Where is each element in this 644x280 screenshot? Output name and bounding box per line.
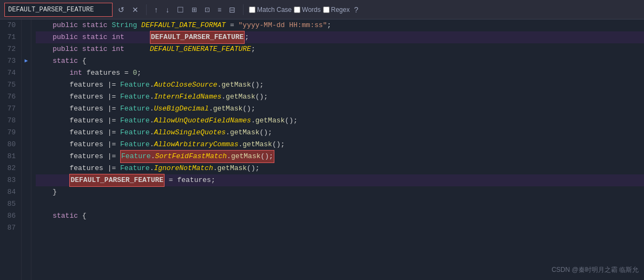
gutter-82 <box>22 162 31 174</box>
prev-match-button[interactable]: ↑ <box>152 5 160 15</box>
match-71: DEFAULT_PARSER_FEATURE <box>150 31 245 44</box>
ln-79: 79 <box>4 127 16 139</box>
code-line-80: features |= Feature . AllowArbitraryComm… <box>36 139 644 151</box>
gutter: ▶ <box>22 19 31 280</box>
gutter-76 <box>22 91 31 103</box>
gutter-77 <box>22 103 31 115</box>
gutter-74 <box>22 67 31 79</box>
code-area: 70 71 72 73 74 75 76 77 78 79 80 81 82 8… <box>0 19 644 280</box>
code-line-82: features |= Feature . IgnoreNotMatch . g… <box>36 162 644 174</box>
match-81: Feature.SortFeidFastMatch.getMask(); <box>120 150 274 163</box>
gutter-79 <box>22 127 31 139</box>
match-case-option[interactable]: Match Case <box>249 6 292 14</box>
code-line-84: } <box>36 186 644 198</box>
regex-option[interactable]: Regex <box>323 6 350 14</box>
watermark: CSDN @秦时明月之霸 临斯允 <box>551 265 639 275</box>
indent <box>36 31 52 43</box>
indent <box>36 55 52 67</box>
gutter-78 <box>22 115 31 127</box>
indent <box>36 115 69 127</box>
gutter-84 <box>22 186 31 198</box>
options-group: Match Case Words Regex ? <box>249 5 360 15</box>
indent <box>36 174 69 186</box>
code-line-86: static { <box>36 210 644 222</box>
next-match-button[interactable]: ↓ <box>163 5 172 15</box>
ln-87: 87 <box>4 222 16 234</box>
ln-80: 80 <box>4 139 16 151</box>
match-case-label: Match Case <box>257 6 292 14</box>
undo-button[interactable]: ↺ <box>116 5 127 15</box>
gutter-83 <box>22 174 31 186</box>
ln-73: 73 <box>4 55 16 67</box>
gutter-71 <box>22 31 31 43</box>
gutter-87 <box>22 222 31 234</box>
indent <box>36 139 69 151</box>
regex-label: Regex <box>331 6 350 14</box>
code-line-78: features |= Feature . AllowUnQuotedField… <box>36 115 644 127</box>
gutter-80 <box>22 139 31 151</box>
indent <box>36 19 52 31</box>
code-line-70: public static String DEFFAULT_DATE_FORMA… <box>36 19 644 31</box>
code-line-83: DEFAULT_PARSER_FEATURE = features; <box>36 174 644 186</box>
ln-85: 85 <box>4 198 16 210</box>
gutter-86 <box>22 210 31 222</box>
ln-77: 77 <box>4 103 16 115</box>
funnel-icon[interactable]: ⊟ <box>227 5 238 15</box>
gutter-81 <box>22 151 31 162</box>
bookmark-73: ▶ <box>24 55 28 67</box>
gutter-73: ▶ <box>22 55 31 67</box>
gutter-70 <box>22 19 31 31</box>
replace-button[interactable]: ☐ <box>175 5 186 15</box>
replace-icon-1[interactable]: ⊞ <box>189 5 199 14</box>
ln-78: 78 <box>4 115 16 127</box>
words-option[interactable]: Words <box>294 6 320 14</box>
code-line-75: features |= Feature . AutoCloseSource . … <box>36 79 644 91</box>
ln-84: 84 <box>4 186 16 198</box>
replace-icon-2[interactable]: ⊡ <box>202 5 212 14</box>
ln-72: 72 <box>4 43 16 55</box>
gutter-75 <box>22 79 31 91</box>
code-line-85 <box>36 198 644 210</box>
indent <box>36 162 69 174</box>
code-content[interactable]: public static String DEFFAULT_DATE_FORMA… <box>31 19 644 280</box>
code-line-76: features |= Feature . InternFieldNames .… <box>36 91 644 103</box>
ln-71: 71 <box>4 31 16 43</box>
match-83: DEFAULT_PARSER_FEATURE <box>69 174 165 187</box>
code-line-72: public static int DEFAULT_GENERATE_FEATU… <box>36 43 644 55</box>
help-button[interactable]: ? <box>352 5 360 15</box>
match-case-checkbox[interactable] <box>249 6 255 13</box>
regex-checkbox[interactable] <box>323 6 330 13</box>
code-line-87 <box>36 222 644 234</box>
indent <box>36 43 52 55</box>
indent <box>36 210 52 222</box>
indent <box>36 151 69 162</box>
ln-82: 82 <box>4 162 16 174</box>
close-button[interactable]: ✕ <box>130 5 141 15</box>
ln-75: 75 <box>4 79 16 91</box>
words-checkbox[interactable] <box>294 6 300 13</box>
code-line-71: public static int DEFAULT_PARSER_FEATURE… <box>36 31 644 43</box>
ln-70: 70 <box>4 19 16 31</box>
indent <box>36 127 69 139</box>
find-toolbar: DEFAULT_PARSER_FEATURE ↺ ✕ ↑ ↓ ☐ ⊞ ⊡ ≡ ⊟… <box>0 0 644 19</box>
divider-1 <box>146 4 147 15</box>
filter-icon[interactable]: ≡ <box>215 5 224 14</box>
ln-76: 76 <box>4 91 16 103</box>
words-label: Words <box>302 6 320 14</box>
divider-2 <box>243 4 244 15</box>
ln-74: 74 <box>4 67 16 79</box>
ln-83: 83 <box>4 174 16 186</box>
indent <box>36 103 69 115</box>
code-line-74: int features = 0 ; <box>36 67 644 79</box>
code-line-77: features |= Feature . UseBigDecimal . ge… <box>36 103 644 115</box>
search-text: DEFAULT_PARSER_FEATURE <box>8 6 94 14</box>
indent <box>36 186 52 198</box>
search-box[interactable]: DEFAULT_PARSER_FEATURE <box>4 3 113 17</box>
code-line-81: features |= Feature.SortFeidFastMatch.ge… <box>36 151 644 162</box>
indent <box>36 91 69 103</box>
code-line-79: features |= Feature . AllowSingleQuotes … <box>36 127 644 139</box>
ln-86: 86 <box>4 210 16 222</box>
indent <box>36 79 69 91</box>
ln-81: 81 <box>4 151 16 162</box>
indent <box>36 67 69 79</box>
